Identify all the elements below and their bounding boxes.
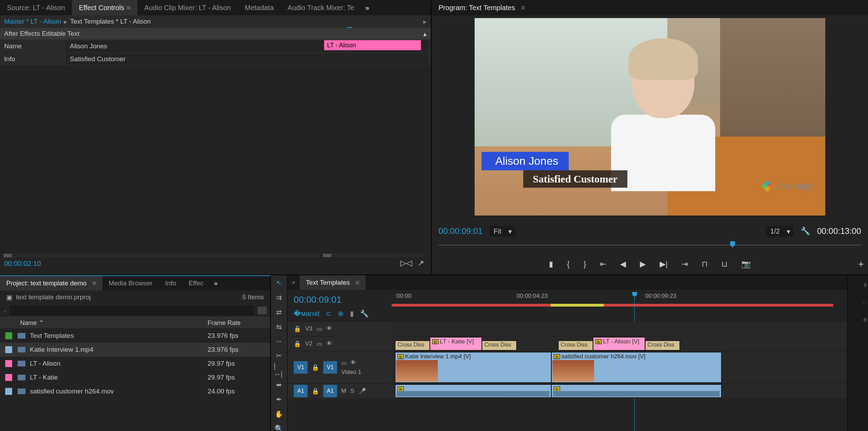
slide-tool[interactable]: ⬌ [274, 381, 284, 389]
tab-source[interactable]: Source: LT - Alison [0, 0, 72, 15]
project-item-row[interactable]: LT - Katie 29.97 fps [0, 371, 270, 384]
extract-button[interactable]: ⊔ [721, 260, 727, 269]
master-clip-link[interactable]: Master * LT - Alison [4, 18, 61, 25]
ripple-edit-tool[interactable]: ⇄ [274, 308, 284, 316]
track-head-a1[interactable]: A1 🔒 A1 M S 🎤 [287, 384, 392, 398]
tab-project[interactable]: Project: text template demo ≡ [0, 276, 102, 291]
lock-icon[interactable]: 🔒 [312, 364, 319, 371]
transition-clip[interactable]: Cross Diss [395, 341, 430, 350]
source-patch-a1[interactable]: A1 [294, 385, 308, 397]
track-content-v1[interactable]: fxKatie Interview 1.mp4 [V]fxsatisfied c… [392, 351, 847, 383]
rate-stretch-tool[interactable]: ↔ [274, 337, 284, 345]
settings-toggle[interactable]: 🔧 [360, 309, 369, 318]
track-content-a1[interactable]: fxfx [392, 384, 847, 398]
transition-clip[interactable]: Cross Diss [558, 341, 593, 350]
video-clip[interactable]: fx [395, 384, 551, 398]
scrollbar-thumb[interactable] [3, 254, 12, 257]
razor-tool[interactable]: ✂ [274, 351, 284, 360]
tab-effects[interactable]: Effec [182, 276, 210, 291]
target-v1[interactable]: V1 [323, 361, 337, 374]
eye-icon[interactable]: 👁 [326, 340, 332, 347]
project-item-row[interactable]: satisfied customer h264.mov 24.00 fps [0, 384, 270, 398]
marker-toggle[interactable]: ▮ [350, 309, 354, 318]
panel-menu-icon[interactable]: ≡ [126, 4, 131, 12]
scrollbar-left[interactable] [3, 254, 319, 257]
tab-program[interactable]: Program: Text Templates ≡ [432, 0, 532, 15]
search-input[interactable] [10, 306, 254, 315]
track-head-v1[interactable]: V1 🔒 V1 ▭👁 Video 1 [287, 351, 392, 383]
button-editor-icon[interactable]: + [858, 259, 864, 270]
video-clip[interactable]: fxLT - Katie [V] [430, 337, 482, 350]
resolution-dropdown[interactable]: 1/2 [766, 226, 794, 237]
mute-icon[interactable]: M [341, 388, 346, 395]
tab-sequence[interactable]: Text Templates ≡ [300, 275, 366, 290]
audio-meter[interactable]: 0 - - -6 [847, 275, 868, 431]
tab-media-browser[interactable]: Media Browser [102, 276, 159, 291]
sync-lock-icon[interactable]: ▭ [317, 340, 322, 348]
panel-menu-icon[interactable]: ≡ [89, 279, 96, 287]
bin-icon[interactable]: ▣ [6, 293, 12, 301]
timeline-tc[interactable]: 00:00:09:01 [287, 294, 392, 305]
tab-overflow-icon[interactable]: » [361, 4, 373, 12]
effect-tc[interactable]: 00:00:02:10 [4, 260, 41, 268]
close-sequence-icon[interactable]: × [287, 279, 300, 286]
scrollbar-right[interactable] [323, 254, 424, 257]
loop-icon[interactable]: ▷◁ [400, 259, 412, 268]
rolling-edit-tool[interactable]: ⇆ [274, 323, 284, 331]
zoom-tool[interactable]: 🔍 [274, 424, 284, 431]
timeline-playhead-icon[interactable] [632, 292, 637, 297]
sync-lock-icon[interactable]: ▭ [317, 325, 322, 333]
panel-menu-icon[interactable]: ≡ [517, 4, 525, 12]
lock-icon[interactable]: 🔒 [312, 388, 319, 395]
track-content-v3[interactable] [392, 322, 847, 336]
video-clip[interactable]: fx [551, 384, 721, 398]
eye-icon[interactable]: 👁 [350, 359, 356, 367]
settings-icon[interactable]: 🔧 [801, 227, 810, 236]
selection-tool[interactable]: ↖ [274, 279, 284, 287]
play-button[interactable]: ▶ [640, 260, 646, 269]
column-framerate[interactable]: Frame Rate [208, 319, 270, 327]
go-to-icon[interactable]: ▸ [423, 18, 427, 26]
tab-info[interactable]: Info [159, 276, 183, 291]
program-playhead-icon[interactable] [730, 241, 735, 247]
linked-selection-toggle[interactable]: ⊂ [326, 309, 332, 318]
source-patch-v1[interactable]: V1 [294, 361, 308, 374]
column-name[interactable]: Name ⌃ [17, 319, 208, 327]
slip-tool[interactable]: |↔| [274, 366, 284, 374]
video-clip[interactable]: fxLT - Alison [V] [593, 337, 645, 350]
tab-metadata[interactable]: Metadata [238, 0, 281, 15]
transition-clip[interactable]: Cross Diss [645, 341, 680, 350]
mark-in-button[interactable]: { [567, 260, 569, 269]
lock-icon[interactable]: 🔒 [294, 325, 301, 333]
lift-button[interactable]: ⊓ [702, 260, 708, 269]
tab-audio-clip-mixer[interactable]: Audio Clip Mixer: LT - Alison [137, 0, 238, 15]
step-forward-button[interactable]: ▶| [660, 260, 668, 269]
track-select-tool[interactable]: ⇉ [274, 293, 284, 302]
video-clip[interactable]: fxKatie Interview 1.mp4 [V] [395, 352, 551, 383]
pen-tool[interactable]: ✒ [274, 395, 284, 404]
track-content-v2[interactable]: Cross DissfxLT - Katie [V]Cross DissCros… [392, 336, 847, 351]
track-head-v3[interactable]: 🔒 V3 ▭ 👁 [287, 322, 392, 336]
step-back-button[interactable]: ◀ [620, 260, 626, 269]
tab-effect-controls[interactable]: Effect Controls≡ [72, 0, 137, 15]
hand-tool[interactable]: ✋ [274, 410, 284, 418]
program-tc-current[interactable]: 00:00:09:01 [439, 226, 483, 236]
target-a1[interactable]: A1 [323, 385, 337, 397]
go-to-out-button[interactable]: ⇥ [682, 260, 688, 269]
ae-editable-text-section[interactable]: After Effects Editable Text ▴ [0, 28, 431, 40]
project-item-row[interactable]: LT - Alison 29.97 fps [0, 357, 270, 371]
voice-over-icon[interactable]: 🎤 [359, 388, 366, 395]
add-marker-button[interactable]: ▮ [549, 260, 553, 269]
new-bin-icon[interactable] [258, 307, 267, 314]
tab-overflow-icon[interactable]: » [210, 279, 222, 287]
go-to-in-button[interactable]: ⇤ [600, 260, 606, 269]
scrollbar-thumb[interactable] [323, 254, 331, 257]
project-item-row[interactable]: Katie Interview 1.mp4 23.976 fps [0, 343, 270, 357]
video-clip[interactable]: fxsatisfied customer h264.mov [V] [551, 352, 721, 383]
eye-icon[interactable]: 👁 [326, 325, 332, 332]
project-item-row[interactable]: Text Templates 23.976 fps [0, 329, 270, 343]
zoom-dropdown[interactable]: Fit [490, 226, 515, 237]
panel-menu-icon[interactable]: ≡ [352, 279, 360, 286]
collapse-icon[interactable]: ▴ [423, 30, 427, 38]
mark-out-button[interactable]: } [584, 260, 586, 269]
